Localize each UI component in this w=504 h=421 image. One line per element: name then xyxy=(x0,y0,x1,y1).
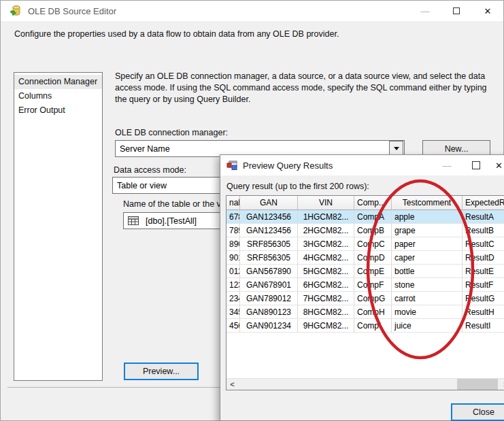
table-cell[interactable]: ResultH xyxy=(463,305,504,319)
table-cell[interactable]: 456 xyxy=(226,319,240,333)
table-cell[interactable]: 890 xyxy=(226,237,240,251)
table-cell[interactable]: ResultF xyxy=(463,278,504,292)
horizontal-scrollbar[interactable]: < > xyxy=(226,378,504,390)
table-cell[interactable]: ResultD xyxy=(463,251,504,265)
table-cell[interactable]: 345 xyxy=(226,305,240,319)
preview-button[interactable]: Preview... xyxy=(124,363,199,380)
preview-query-results-window: Preview Query Results — ✕ Query result (… xyxy=(220,154,504,421)
table-cell[interactable]: 6HGCM82... xyxy=(298,278,354,292)
table-cell[interactable]: ResultC xyxy=(463,237,504,251)
column-header[interactable]: Comp... xyxy=(354,196,392,210)
table-cell[interactable]: ResultE xyxy=(463,265,504,278)
query-result-label: Query result (up to the first 200 rows): xyxy=(226,182,369,191)
minimize-button: — xyxy=(433,155,461,175)
table-cell[interactable]: 8HGCM82... xyxy=(298,305,354,319)
table-cell[interactable]: 4HGCM82... xyxy=(298,251,354,265)
table-row[interactable]: 890SRF8563053HGCM82...CompCpaperResultC xyxy=(226,237,504,251)
table-cell[interactable]: SRF856305 xyxy=(240,251,298,265)
instructions-text: Specify an OLE DB connection manager, a … xyxy=(115,71,500,105)
column-header[interactable]: nal xyxy=(226,196,240,210)
table-cell[interactable]: CompC xyxy=(354,237,392,251)
table-cell[interactable]: 012 xyxy=(226,265,240,278)
maximize-button[interactable] xyxy=(441,1,472,21)
table-cell[interactable]: 3HGCM82... xyxy=(298,237,354,251)
column-header[interactable]: Testcomment xyxy=(392,196,463,210)
sidebar-item-error-output[interactable]: Error Output xyxy=(14,103,102,118)
results-grid: nalGANVINComp...TestcommentExpectedR...6… xyxy=(226,195,504,390)
table-cell[interactable]: GAN123456 xyxy=(240,210,298,224)
table-cell[interactable]: 678 xyxy=(226,210,240,224)
table-cell[interactable]: bottle xyxy=(392,265,463,278)
table-cell[interactable]: movie xyxy=(392,305,463,319)
table-cell[interactable]: CompA xyxy=(354,210,392,224)
column-header[interactable]: VIN xyxy=(298,196,354,210)
table-cell[interactable]: SRF856305 xyxy=(240,237,298,251)
table-cell[interactable]: 234 xyxy=(226,292,240,305)
table-row[interactable]: 123GAN6789016HGCM82...CompFstoneResultF xyxy=(226,278,504,292)
table-row[interactable]: 012GAN5678905HGCM82...CompEbottleResultE xyxy=(226,265,504,278)
table-row[interactable]: 234GAN7890127HGCM82...CompGcarrotResultG xyxy=(226,292,504,305)
table-cell[interactable]: CompD xyxy=(354,251,392,265)
table-cell[interactable]: 1HGCM82... xyxy=(298,210,354,224)
table-cell[interactable]: GAN890123 xyxy=(240,305,298,319)
table-row[interactable]: 456GAN9012349HGCM82...CompIjuiceResultI xyxy=(226,319,504,333)
table-cell[interactable]: 789 xyxy=(226,224,240,237)
table-cell[interactable]: 9HGCM82... xyxy=(298,319,354,333)
table-cell[interactable]: CompH xyxy=(354,305,392,319)
table-cell[interactable]: carrot xyxy=(392,292,463,305)
table-row[interactable]: 789GAN1234562HGCM82...CompBgrapeResultB xyxy=(226,224,504,237)
scrollbar-thumb[interactable] xyxy=(457,379,498,390)
table-cell[interactable]: CompG xyxy=(354,292,392,305)
connection-manager-value: Server Name xyxy=(116,144,389,154)
table-grid-icon xyxy=(128,216,139,225)
table-cell[interactable]: 123 xyxy=(226,278,240,292)
connection-manager-label: OLE DB connection manager: xyxy=(115,128,228,137)
table-row[interactable]: 345GAN8901238HGCM82...CompHmovieResultH xyxy=(226,305,504,319)
sidebar-item-columns[interactable]: Columns xyxy=(14,89,102,103)
table-cell[interactable]: ResultI xyxy=(463,319,504,333)
table-cell[interactable]: ResultG xyxy=(463,292,504,305)
sidebar-item-connection-manager[interactable]: Connection Manager xyxy=(14,75,102,89)
close-button[interactable]: Close xyxy=(451,403,504,421)
dialog-description: Configure the properties used by a data … xyxy=(14,29,339,39)
table-cell[interactable]: stone xyxy=(392,278,463,292)
preview-titlebar: Preview Query Results — ✕ xyxy=(220,155,504,175)
column-header[interactable]: ExpectedR... xyxy=(463,196,504,210)
table-cell[interactable]: GAN901234 xyxy=(240,319,298,333)
table-row[interactable]: 678GAN1234561HGCM82...CompAappleResultA xyxy=(226,210,504,224)
preview-window-title: Preview Query Results xyxy=(243,161,333,171)
table-cell[interactable]: ResultB xyxy=(463,224,504,237)
table-cell[interactable]: GAN789012 xyxy=(240,292,298,305)
table-name-label: Name of the table or the v xyxy=(123,199,221,209)
table-cell[interactable]: 5HGCM82... xyxy=(298,265,354,278)
table-cell[interactable]: GAN567890 xyxy=(240,265,298,278)
pages-listbox: Connection Manager Columns Error Output xyxy=(14,72,103,381)
table-cell[interactable]: 901 xyxy=(226,251,240,265)
close-icon[interactable]: ✕ xyxy=(472,1,503,21)
table-cell[interactable]: CompE xyxy=(354,265,392,278)
table-cell[interactable]: 2HGCM82... xyxy=(298,224,354,237)
scroll-right-icon[interactable]: > xyxy=(500,379,504,390)
table-cell[interactable]: apple xyxy=(392,210,463,224)
database-export-icon xyxy=(10,5,22,17)
table-cell[interactable]: GAN123456 xyxy=(240,224,298,237)
data-access-mode-label: Data access mode: xyxy=(114,165,186,175)
table-cell[interactable]: juice xyxy=(392,319,463,333)
winforms-app-icon xyxy=(226,160,237,171)
table-cell[interactable]: ResultA xyxy=(463,210,504,224)
column-header[interactable]: GAN xyxy=(240,196,298,210)
table-cell[interactable]: 7HGCM82... xyxy=(298,292,354,305)
table-cell[interactable]: grape xyxy=(392,224,463,237)
scroll-left-icon[interactable]: < xyxy=(226,379,238,390)
table-cell[interactable]: GAN678901 xyxy=(240,278,298,292)
table-row[interactable]: 901SRF8563054HGCM82...CompDcaperResultD xyxy=(226,251,504,265)
table-cell[interactable]: CompB xyxy=(354,224,392,237)
table-cell[interactable]: caper xyxy=(392,251,463,265)
minimize-button: — xyxy=(409,1,441,21)
grid-header-row: nalGANVINComp...TestcommentExpectedR... xyxy=(226,196,504,210)
table-cell[interactable]: paper xyxy=(392,237,463,251)
table-cell[interactable]: CompF xyxy=(354,278,392,292)
table-cell[interactable]: CompI xyxy=(354,319,392,333)
maximize-button[interactable] xyxy=(461,155,491,175)
close-icon[interactable]: ✕ xyxy=(491,155,504,175)
